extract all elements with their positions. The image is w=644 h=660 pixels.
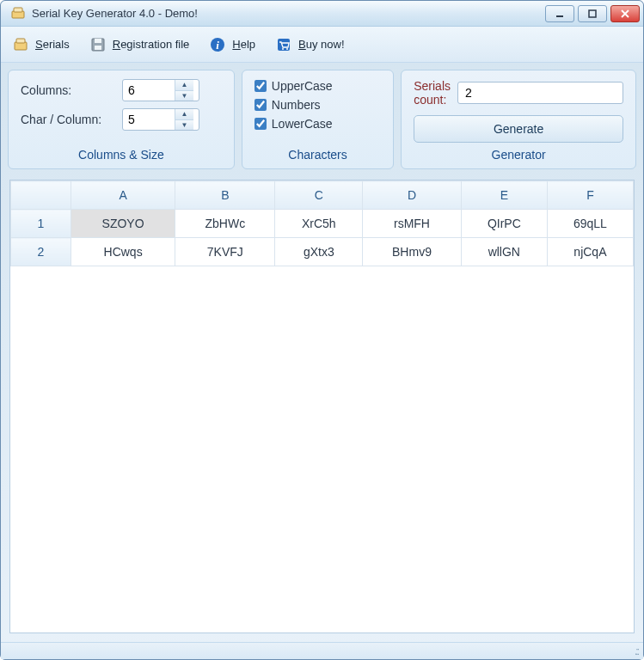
- cell[interactable]: wllGN: [461, 238, 547, 266]
- columns-size-panel: Columns: ▲ ▼ Char / Column: ▲ ▼: [8, 70, 235, 169]
- options-panels: Columns: ▲ ▼ Char / Column: ▲ ▼: [1, 63, 643, 176]
- cell[interactable]: gXtx3: [275, 238, 363, 266]
- lowercase-label: LowerCase: [272, 117, 333, 131]
- columns-label: Columns:: [21, 83, 115, 97]
- svg-rect-8: [95, 46, 101, 50]
- titlebar[interactable]: Serial Key Generator 4.0 - Demo!: [1, 1, 643, 27]
- grid-corner[interactable]: [11, 181, 71, 210]
- cell[interactable]: 69qLL: [547, 210, 633, 238]
- columns-input[interactable]: [123, 80, 175, 101]
- col-header-f[interactable]: F: [547, 181, 633, 210]
- uppercase-checkbox[interactable]: [255, 80, 267, 92]
- window-title: Serial Key Generator 4.0 - Demo!: [32, 7, 545, 20]
- columns-up-button[interactable]: ▲: [175, 80, 193, 91]
- svg-text:i: i: [217, 39, 220, 52]
- serials-count-label: Serials count:: [414, 79, 451, 107]
- cell[interactable]: rsMFH: [363, 210, 462, 238]
- row-header[interactable]: 2: [11, 238, 71, 266]
- svg-point-13: [286, 48, 288, 50]
- characters-panel: UpperCase Numbers LowerCase Characters: [242, 70, 394, 169]
- cell[interactable]: ZbHWc: [175, 210, 275, 238]
- cell[interactable]: BHmv9: [363, 238, 462, 266]
- menu-buynow-label: Buy now!: [298, 38, 344, 51]
- menu-buy-now[interactable]: Buy now!: [274, 35, 344, 54]
- svg-rect-2: [556, 15, 563, 17]
- menu-registration-file[interactable]: Registration file: [89, 35, 190, 54]
- table-row: 2 HCwqs 7KVFJ gXtx3 BHmv9 wllGN njCqA: [11, 238, 634, 266]
- numbers-checkbox[interactable]: [255, 99, 267, 111]
- box-icon: [11, 35, 30, 54]
- generator-panel: Serials count: Generate Generator: [401, 70, 636, 169]
- col-header-a[interactable]: A: [71, 181, 175, 210]
- columns-spinner[interactable]: ▲ ▼: [122, 79, 199, 101]
- results-grid[interactable]: A B C D E F 1 SZOYO ZbHWc XrC5h rsMFH QI…: [10, 180, 634, 266]
- svg-rect-1: [14, 8, 22, 12]
- uppercase-label: UpperCase: [272, 79, 333, 93]
- cell[interactable]: HCwqs: [71, 238, 175, 266]
- col-header-c[interactable]: C: [275, 181, 363, 210]
- cell[interactable]: 7KVFJ: [175, 238, 275, 266]
- serials-count-input[interactable]: [457, 82, 623, 104]
- resize-grip-icon[interactable]: .::: [635, 645, 638, 657]
- info-icon: i: [208, 35, 227, 54]
- generator-caption: Generator: [414, 143, 623, 165]
- menu-help-label: Help: [232, 38, 255, 51]
- cell[interactable]: SZOYO: [71, 210, 175, 238]
- main-window: Serial Key Generator 4.0 - Demo! Serials…: [0, 0, 644, 660]
- charcol-input[interactable]: [123, 109, 175, 130]
- svg-rect-7: [95, 39, 101, 43]
- table-row: 1 SZOYO ZbHWc XrC5h rsMFH QIrPC 69qLL: [11, 210, 634, 238]
- cell[interactable]: QIrPC: [461, 210, 547, 238]
- row-header[interactable]: 1: [11, 210, 71, 238]
- charcol-down-button[interactable]: ▼: [175, 120, 193, 131]
- columns-size-caption: Columns & Size: [21, 143, 222, 165]
- app-icon: [9, 5, 27, 22]
- lowercase-checkbox[interactable]: [255, 118, 267, 130]
- numbers-label: Numbers: [272, 98, 321, 112]
- svg-rect-3: [589, 10, 596, 17]
- charcol-spinner[interactable]: ▲ ▼: [122, 108, 199, 131]
- col-header-d[interactable]: D: [363, 181, 462, 210]
- menu-regfile-label: Registration file: [113, 38, 190, 51]
- generate-button[interactable]: Generate: [414, 115, 623, 143]
- cell[interactable]: XrC5h: [275, 210, 363, 238]
- statusbar: .::: [1, 642, 643, 659]
- charcol-up-button[interactable]: ▲: [175, 109, 193, 120]
- columns-down-button[interactable]: ▼: [175, 91, 193, 101]
- col-header-b[interactable]: B: [175, 181, 275, 210]
- cart-icon: [274, 35, 293, 54]
- svg-rect-5: [16, 39, 25, 43]
- characters-caption: Characters: [255, 143, 381, 165]
- close-button[interactable]: [610, 5, 640, 22]
- svg-point-12: [282, 48, 284, 50]
- menubar: Serials Registration file i Help Buy now…: [1, 27, 643, 63]
- window-buttons: [545, 5, 640, 22]
- menu-serials[interactable]: Serials: [11, 35, 70, 54]
- results-grid-area: A B C D E F 1 SZOYO ZbHWc XrC5h rsMFH QI…: [9, 180, 635, 633]
- menu-help[interactable]: i Help: [208, 35, 255, 54]
- cell[interactable]: njCqA: [547, 238, 633, 266]
- charcol-label: Char / Column:: [21, 113, 115, 126]
- menu-serials-label: Serials: [35, 38, 70, 51]
- maximize-button[interactable]: [578, 5, 607, 22]
- col-header-e[interactable]: E: [461, 181, 547, 210]
- minimize-button[interactable]: [545, 5, 574, 22]
- save-icon: [89, 35, 107, 54]
